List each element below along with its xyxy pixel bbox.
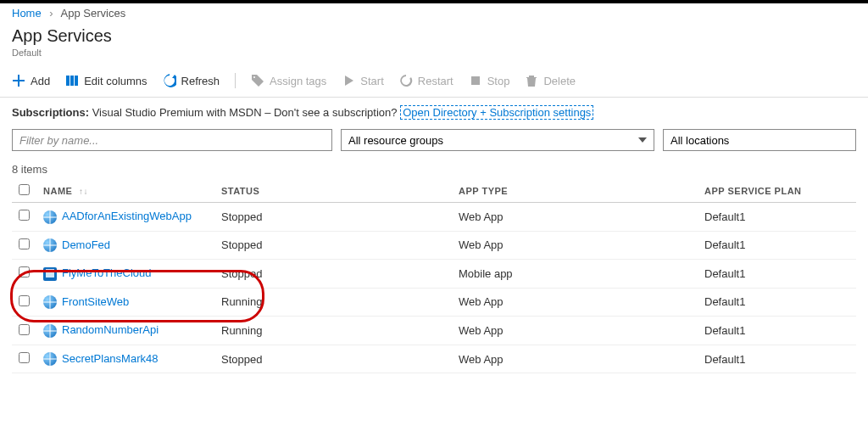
- row-checkbox[interactable]: [19, 295, 30, 306]
- name-filter-input[interactable]: [12, 129, 332, 151]
- plan-cell: Default1: [698, 317, 856, 345]
- start-button[interactable]: Start: [342, 74, 383, 87]
- resource-group-select[interactable]: All resource groups: [341, 129, 654, 151]
- web-app-icon: [43, 324, 57, 338]
- restart-button[interactable]: Restart: [399, 74, 453, 87]
- refresh-icon: [163, 74, 176, 87]
- plan-cell: Default1: [698, 203, 856, 232]
- stop-button[interactable]: Stop: [469, 74, 510, 87]
- col-plan-header[interactable]: APP SERVICE PLAN: [698, 179, 856, 203]
- app-name-link[interactable]: FlyMeToTheCloud: [62, 266, 152, 279]
- subscriptions-text: Visual Studio Premium with MSDN – Don't …: [92, 106, 398, 119]
- assign-tags-label: Assign tags: [270, 75, 326, 87]
- breadcrumb-current: App Services: [61, 7, 126, 20]
- type-cell: Web App: [452, 288, 698, 317]
- start-label: Start: [360, 75, 383, 87]
- status-cell: Stopped: [214, 345, 452, 373]
- select-all-checkbox[interactable]: [19, 184, 30, 195]
- row-checkbox[interactable]: [19, 210, 30, 221]
- page-subtitle: Default: [12, 48, 856, 58]
- svg-rect-0: [471, 76, 480, 85]
- stop-label: Stop: [487, 75, 510, 87]
- plan-cell: Default1: [698, 288, 856, 317]
- app-name-link[interactable]: FrontSiteWeb: [62, 295, 129, 308]
- chevron-right-icon: ›: [49, 7, 53, 20]
- table-row[interactable]: FlyMeToTheCloudStoppedMobile appDefault1: [12, 260, 856, 289]
- restart-icon: [399, 74, 413, 87]
- edit-columns-label: Edit columns: [84, 75, 147, 87]
- row-checkbox[interactable]: [19, 352, 30, 363]
- delete-button[interactable]: Delete: [525, 74, 576, 87]
- play-icon: [342, 74, 355, 87]
- mobile-app-icon: [43, 267, 57, 281]
- stop-icon: [469, 74, 482, 87]
- app-name-link[interactable]: DemoFed: [62, 238, 110, 251]
- open-directory-link[interactable]: Open Directory + Subscription settings: [400, 105, 593, 120]
- type-cell: Web App: [452, 203, 698, 232]
- toolbar: Add Edit columns Refresh Assign tags Sta…: [0, 64, 868, 98]
- app-services-table: NAME ↑↓ STATUS APP TYPE APP SERVICE PLAN…: [12, 179, 856, 373]
- refresh-label: Refresh: [181, 75, 220, 87]
- plus-icon: [12, 74, 25, 87]
- breadcrumb: Home › App Services: [0, 3, 868, 23]
- app-name-link[interactable]: RandomNumberApi: [62, 323, 159, 336]
- status-cell: Stopped: [214, 260, 452, 289]
- col-name-header[interactable]: NAME ↑↓: [36, 179, 214, 203]
- subscriptions-label: Subscriptions:: [12, 106, 89, 119]
- table-row[interactable]: SecretPlansMark48StoppedWeb AppDefault1: [12, 345, 856, 373]
- plan-cell: Default1: [698, 260, 856, 289]
- table-row[interactable]: AADforAnExistingWebAppStoppedWeb AppDefa…: [12, 203, 856, 232]
- page-title: App Services: [12, 26, 856, 46]
- edit-columns-button[interactable]: Edit columns: [65, 74, 147, 87]
- type-cell: Web App: [452, 317, 698, 345]
- web-app-icon: [43, 238, 57, 252]
- row-checkbox[interactable]: [19, 324, 30, 335]
- row-checkbox[interactable]: [19, 266, 30, 277]
- type-cell: Mobile app: [452, 260, 698, 289]
- status-cell: Running: [214, 288, 452, 317]
- item-count: 8 items: [0, 160, 868, 179]
- status-cell: Stopped: [214, 203, 452, 232]
- refresh-button[interactable]: Refresh: [163, 74, 220, 87]
- table-row[interactable]: FrontSiteWebRunningWeb AppDefault1: [12, 288, 856, 317]
- tag-icon: [251, 74, 264, 87]
- trash-icon: [525, 74, 538, 87]
- columns-icon: [65, 74, 79, 87]
- table-row[interactable]: DemoFedStoppedWeb AppDefault1: [12, 231, 856, 260]
- add-label: Add: [31, 75, 50, 87]
- breadcrumb-home[interactable]: Home: [12, 7, 42, 20]
- web-app-icon: [43, 352, 57, 366]
- subscriptions-row: Subscriptions: Visual Studio Premium wit…: [0, 98, 868, 126]
- assign-tags-button[interactable]: Assign tags: [251, 74, 326, 87]
- col-name-label: NAME: [43, 186, 72, 196]
- filters-row: All resource groups All locations: [0, 126, 868, 160]
- status-cell: Running: [214, 317, 452, 345]
- delete-label: Delete: [543, 75, 576, 87]
- plan-cell: Default1: [698, 345, 856, 373]
- plan-cell: Default1: [698, 231, 856, 260]
- location-select[interactable]: All locations: [663, 129, 856, 151]
- restart-label: Restart: [418, 75, 453, 87]
- sort-arrow-icon: ↑↓: [79, 187, 88, 196]
- toolbar-divider: [235, 73, 236, 88]
- type-cell: Web App: [452, 231, 698, 260]
- table-row[interactable]: RandomNumberApiRunningWeb AppDefault1: [12, 317, 856, 345]
- app-name-link[interactable]: AADforAnExistingWebApp: [62, 210, 192, 222]
- col-type-header[interactable]: APP TYPE: [452, 179, 698, 203]
- add-button[interactable]: Add: [12, 74, 50, 87]
- col-status-header[interactable]: STATUS: [214, 179, 452, 203]
- web-app-icon: [43, 295, 57, 309]
- status-cell: Stopped: [214, 231, 452, 260]
- row-checkbox[interactable]: [19, 238, 30, 249]
- app-name-link[interactable]: SecretPlansMark48: [62, 352, 158, 365]
- web-app-icon: [43, 210, 57, 224]
- type-cell: Web App: [452, 345, 698, 373]
